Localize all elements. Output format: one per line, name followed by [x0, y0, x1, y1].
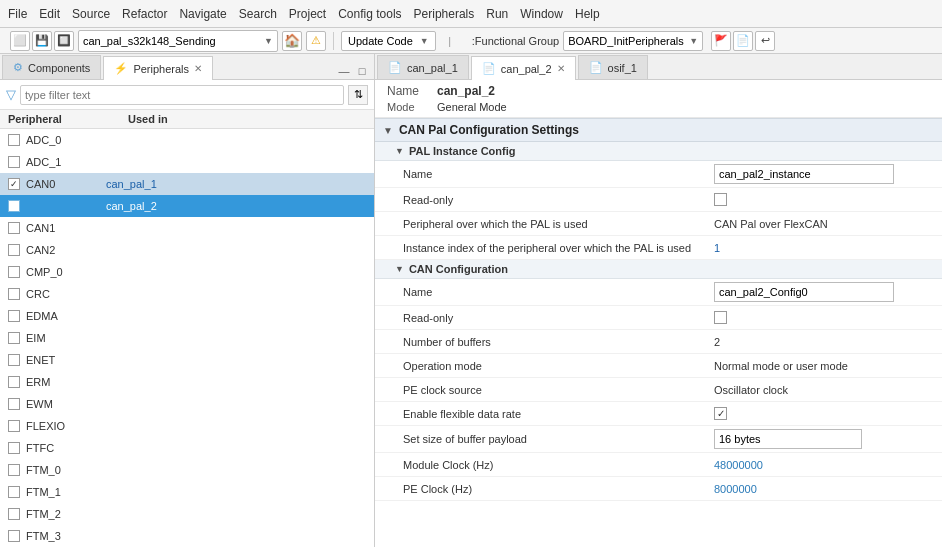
can-config-name-input[interactable] — [714, 282, 894, 302]
minimize-btn[interactable]: — — [336, 63, 352, 79]
left-panel: ⚙ Components ⚡ Peripherals ✕ — □ ▽ ⇅ Per… — [0, 54, 375, 547]
subsection-pal-instance[interactable]: ▼ PAL Instance Config — [375, 142, 942, 161]
section-can-pal-config[interactable]: ▼ CAN Pal Configuration Settings — [375, 118, 942, 142]
config-row: PE Clock (Hz) 8000000 — [375, 477, 942, 501]
name-field-label: Name — [387, 84, 437, 98]
checkbox-ftfc[interactable] — [8, 442, 20, 454]
right-panel: 📄 can_pal_1 📄 can_pal_2 ✕ 📄 osif_1 Name … — [375, 54, 942, 547]
checkbox-can1[interactable] — [8, 222, 20, 234]
menu-navigate[interactable]: Navigate — [179, 7, 226, 21]
peri-name-can0: CAN0 — [26, 178, 106, 190]
tab-osif-1[interactable]: 📄 osif_1 — [578, 55, 648, 79]
tab-can-pal-1[interactable]: 📄 can_pal_1 — [377, 55, 469, 79]
home-icon[interactable]: 🏠 — [282, 31, 302, 51]
checkbox-flexio[interactable] — [8, 420, 20, 432]
functional-group-label: :Functional Group — [472, 35, 559, 47]
menu-file[interactable]: File — [8, 7, 27, 21]
config-area: Name can_pal_2 Mode General Mode ▼ CAN P… — [375, 80, 942, 547]
peri-name-ftm0: FTM_0 — [26, 464, 106, 476]
warn-icon[interactable]: ⚠ — [306, 31, 326, 51]
used-in-col-header: Used in — [128, 113, 366, 125]
checkbox-ftm0[interactable] — [8, 464, 20, 476]
checkbox-ftm3[interactable] — [8, 530, 20, 542]
sort-button[interactable]: ⇅ — [348, 85, 368, 105]
list-item[interactable]: FTM_2 — [0, 503, 374, 525]
config-key: Operation mode — [403, 360, 714, 372]
functional-group-dropdown[interactable]: BOARD_InitPeripherals ▼ — [563, 31, 703, 51]
debug-btn[interactable]: 🔲 — [54, 31, 74, 51]
can-readonly-checkbox[interactable] — [714, 311, 727, 324]
checkbox-enet[interactable] — [8, 354, 20, 366]
menu-run[interactable]: Run — [486, 7, 508, 21]
list-item[interactable]: FLEXIO — [0, 415, 374, 437]
tab-peripherals[interactable]: ⚡ Peripherals ✕ — [103, 56, 213, 80]
checkbox-erm[interactable] — [8, 376, 20, 388]
list-item[interactable]: CRC — [0, 283, 374, 305]
flex-data-rate-checkbox[interactable]: ✓ — [714, 407, 727, 420]
menu-edit[interactable]: Edit — [39, 7, 60, 21]
flag-icon[interactable]: 🚩 — [711, 31, 731, 51]
menu-search[interactable]: Search — [239, 7, 277, 21]
checkbox-crc[interactable] — [8, 288, 20, 300]
can-pal-2-close[interactable]: ✕ — [557, 63, 565, 74]
menu-peripherals[interactable]: Peripherals — [414, 7, 475, 21]
menu-project[interactable]: Project — [289, 7, 326, 21]
list-item[interactable]: FTM_1 — [0, 481, 374, 503]
menu-window[interactable]: Window — [520, 7, 563, 21]
checkbox-eim[interactable] — [8, 332, 20, 344]
peripherals-tab-close[interactable]: ✕ — [194, 63, 202, 74]
project-dropdown[interactable]: can_pal_s32k148_Sending ▼ — [78, 30, 278, 52]
config-val: ✓ — [714, 407, 914, 420]
readonly-checkbox[interactable] — [714, 193, 727, 206]
checkbox-can2[interactable] — [8, 244, 20, 256]
list-item[interactable]: CMP_0 — [0, 261, 374, 283]
checkbox-can0b[interactable] — [8, 200, 20, 212]
menu-help[interactable]: Help — [575, 7, 600, 21]
list-item[interactable]: CAN2 — [0, 239, 374, 261]
subsection-arrow-icon: ▼ — [395, 146, 404, 156]
new-btn[interactable]: ⬜ — [10, 31, 30, 51]
maximize-btn[interactable]: □ — [354, 63, 370, 79]
update-code-button[interactable]: Update Code ▼ — [341, 31, 436, 51]
tab-components[interactable]: ⚙ Components — [2, 55, 101, 79]
list-item[interactable]: EDMA — [0, 305, 374, 327]
pal-instance-config-table: Name Read-only Peripheral ov — [375, 161, 942, 260]
checkbox-cmp0[interactable] — [8, 266, 20, 278]
checkbox-ftm2[interactable] — [8, 508, 20, 520]
list-item[interactable]: ADC_1 — [0, 151, 374, 173]
subsection-can-config[interactable]: ▼ CAN Configuration — [375, 260, 942, 279]
config-row: Module Clock (Hz) 48000000 — [375, 453, 942, 477]
mode-row: Mode General Mode — [387, 101, 930, 113]
checkbox-edma[interactable] — [8, 310, 20, 322]
list-item[interactable]: EIM — [0, 327, 374, 349]
list-item[interactable]: ✓ CAN0 can_pal_1 — [0, 173, 374, 195]
menu-source[interactable]: Source — [72, 7, 110, 21]
list-item[interactable]: FTM_0 — [0, 459, 374, 481]
list-item[interactable]: can_pal_2 — [0, 195, 374, 217]
list-item[interactable]: ADC_0 — [0, 129, 374, 151]
buffer-payload-input[interactable] — [714, 429, 862, 449]
pal-instance-name-input[interactable] — [714, 164, 894, 184]
filter-input[interactable] — [20, 85, 344, 105]
filter-icon: ▽ — [6, 87, 16, 102]
checkbox-can0[interactable]: ✓ — [8, 178, 20, 190]
checkbox-adc0[interactable] — [8, 134, 20, 146]
checkbox-ewm[interactable] — [8, 398, 20, 410]
tab-can-pal-2[interactable]: 📄 can_pal_2 ✕ — [471, 56, 576, 80]
list-item[interactable]: FTFC — [0, 437, 374, 459]
undo-icon[interactable]: ↩ — [755, 31, 775, 51]
config-key: Set size of buffer payload — [403, 433, 714, 445]
config-row: Peripheral over which the PAL is used CA… — [375, 212, 942, 236]
list-item[interactable]: ENET — [0, 349, 374, 371]
list-item[interactable]: EWM — [0, 393, 374, 415]
menu-configtools[interactable]: Config tools — [338, 7, 401, 21]
save-btn[interactable]: 💾 — [32, 31, 52, 51]
checkbox-adc1[interactable] — [8, 156, 20, 168]
config-row: Enable flexible data rate ✓ — [375, 402, 942, 426]
list-item[interactable]: ERM — [0, 371, 374, 393]
checkbox-ftm1[interactable] — [8, 486, 20, 498]
menu-refactor[interactable]: Refactor — [122, 7, 167, 21]
list-item[interactable]: CAN1 — [0, 217, 374, 239]
doc-icon[interactable]: 📄 — [733, 31, 753, 51]
list-item[interactable]: FTM_3 — [0, 525, 374, 547]
